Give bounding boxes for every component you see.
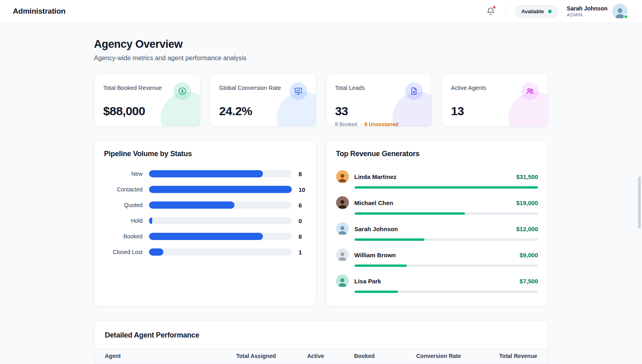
revenue-item: Michael Chen $19,000 xyxy=(336,192,538,218)
bar-track xyxy=(149,217,292,224)
revenue-item: Sarah Johnson $12,000 xyxy=(336,218,538,244)
pipeline-row-label: New xyxy=(104,171,149,177)
stat-label: Total Leads xyxy=(335,82,365,91)
bar-fill xyxy=(355,212,465,215)
stat-cards: Total Booked Revenue $ $88,000 Global Co… xyxy=(94,74,548,127)
column-header-agent: Agent xyxy=(105,353,216,359)
bar-fill xyxy=(355,186,538,189)
topbar-divider xyxy=(505,5,506,18)
column-header-total-assigned: Total Assigned xyxy=(216,353,276,359)
column-header-conversion-rate: Conversion Rate xyxy=(375,353,461,359)
availability-status-dot xyxy=(548,10,552,13)
pipeline-row-label: Booked xyxy=(104,233,149,240)
pipeline-row-value: 6 xyxy=(292,202,306,209)
bar-fill xyxy=(149,217,152,224)
user-role: ADMIN xyxy=(567,12,607,17)
person-icon xyxy=(337,250,348,261)
agent-revenue: $7,500 xyxy=(520,278,538,285)
bar-fill xyxy=(355,238,424,241)
agent-revenue: $31,500 xyxy=(516,173,538,180)
top-revenue-panel: Top Revenue Generators Linda Martinez $3… xyxy=(326,140,548,307)
agent-name: William Brown xyxy=(355,252,514,258)
vertical-scrollbar[interactable] xyxy=(638,177,641,229)
bar-track xyxy=(149,233,292,240)
bar-track xyxy=(149,248,292,256)
pipeline-row-new: New 8 xyxy=(104,170,306,177)
pipeline-row-quoted: Quoted 6 xyxy=(104,201,306,209)
column-header-total-revenue: Total Revenue xyxy=(461,353,537,359)
stat-card-active-agents: Active Agents 13 xyxy=(442,74,548,127)
pipeline-row-contacted: Contacted 10 xyxy=(104,186,306,193)
user-name: Sarah Johnson xyxy=(567,5,607,12)
top-bar: Administration Available Sarah Johnson A… xyxy=(0,0,642,23)
stat-card-total-leads: Total Leads 33 8 Booked · 8 Unassigned xyxy=(326,74,432,127)
availability-label: Available xyxy=(521,8,544,14)
bar-track xyxy=(149,170,292,177)
bar-fill xyxy=(149,248,163,256)
bar-fill xyxy=(355,291,398,293)
bar-track xyxy=(355,291,538,293)
pipeline-row-value: 8 xyxy=(292,171,306,177)
pipeline-row-booked: Booked 8 xyxy=(104,233,306,240)
pipeline-panel-title: Pipeline Volume by Status xyxy=(104,150,306,158)
pipeline-row-label: Quoted xyxy=(104,202,149,208)
revenue-item: Linda Martinez $31,500 xyxy=(336,166,538,192)
table-header-row: Agent Total Assigned Active Booked Conve… xyxy=(94,348,548,364)
agent-avatar xyxy=(336,222,349,235)
user-menu[interactable]: Sarah Johnson ADMIN xyxy=(567,4,628,19)
bar-fill xyxy=(149,233,263,240)
app-title: Administration xyxy=(13,7,65,16)
stat-card-total-booked-revenue: Total Booked Revenue $ $88,000 xyxy=(94,74,200,127)
stat-value: $88,000 xyxy=(103,104,191,118)
stat-value: 24.2% xyxy=(219,104,307,118)
pipeline-row-label: Contacted xyxy=(104,186,149,193)
main-content: Agency Overview Agency-wide metrics and … xyxy=(94,23,548,364)
pipeline-row-closed-lost: Closed Lost 1 xyxy=(104,248,306,256)
stat-label: Active Agents xyxy=(451,82,486,91)
agent-performance-panel: Detailed Agent Performance Agent Total A… xyxy=(94,320,548,364)
bar-track xyxy=(355,264,538,267)
pipeline-row-value: 1 xyxy=(292,249,306,256)
stat-label: Total Booked Revenue xyxy=(103,82,162,91)
agent-performance-title: Detailed Agent Performance xyxy=(94,321,548,348)
bar-fill xyxy=(149,186,292,193)
middle-panels: Pipeline Volume by Status New 8 Contacte… xyxy=(94,140,548,307)
pipeline-row-value: 10 xyxy=(292,186,306,193)
pipeline-row-value: 0 xyxy=(292,218,306,224)
bar-track xyxy=(355,186,538,189)
unassigned-count: 8 Unassigned xyxy=(365,121,399,127)
bar-track xyxy=(355,238,538,241)
user-online-dot xyxy=(624,14,628,19)
agent-revenue: $12,000 xyxy=(516,226,538,232)
person-icon xyxy=(337,224,348,235)
separator-dot: · xyxy=(360,121,361,127)
stat-value: 13 xyxy=(451,104,539,118)
pipeline-row-hold: Hold 0 xyxy=(104,217,306,224)
agent-revenue: $9,000 xyxy=(520,252,538,258)
notification-badge-dot xyxy=(493,6,496,9)
person-icon xyxy=(337,276,348,287)
bar-fill xyxy=(149,170,263,177)
pipeline-chart: New 8 Contacted 10 Quoted 6 Hold xyxy=(104,170,306,256)
notifications-button[interactable] xyxy=(485,5,497,17)
bar-track xyxy=(149,186,292,193)
column-header-booked: Booked xyxy=(324,353,375,359)
person-icon xyxy=(337,172,348,183)
agent-revenue: $19,000 xyxy=(516,199,538,206)
agent-name: Michael Chen xyxy=(355,199,511,206)
page-subtitle: Agency-wide metrics and agent performanc… xyxy=(94,55,548,62)
stat-value: 33 xyxy=(335,104,423,118)
stat-label: Global Conversion Rate xyxy=(219,82,281,91)
revenue-item: William Brown $9,000 xyxy=(336,244,538,270)
agent-name: Linda Martinez xyxy=(355,173,511,180)
booked-count: 8 Booked xyxy=(335,121,357,127)
availability-toggle[interactable]: Available xyxy=(515,5,558,18)
agent-avatar xyxy=(336,275,349,287)
revenue-item: Lisa Park $7,500 xyxy=(336,270,538,297)
bar-track xyxy=(149,201,292,209)
bar-track xyxy=(355,212,538,215)
agent-avatar xyxy=(336,170,349,183)
pipeline-row-label: Closed Lost xyxy=(104,249,149,255)
stat-card-global-conversion-rate: Global Conversion Rate 24.2% xyxy=(210,74,316,127)
agent-avatar xyxy=(336,248,349,261)
